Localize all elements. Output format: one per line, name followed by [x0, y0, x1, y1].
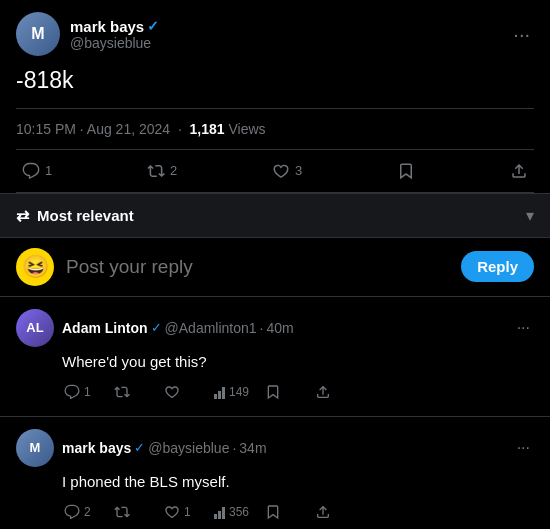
comment-user: M mark bays ✓ @baysieblue · 34m — [16, 429, 267, 467]
bookmark-icon — [397, 162, 415, 180]
tweet-header: M mark bays ✓ @baysieblue ··· — [16, 12, 534, 56]
comment-display-name: mark bays — [62, 440, 131, 456]
views-icon — [214, 385, 225, 399]
comment-bookmark-action[interactable] — [257, 500, 307, 524]
tweet-content: -818k — [16, 66, 534, 96]
comment-more-icon[interactable]: ··· — [513, 435, 534, 461]
comment-like-action[interactable]: 1 — [156, 500, 206, 524]
views-icon — [214, 505, 225, 519]
reply-icon — [22, 162, 40, 180]
tweet-views-label: Views — [229, 121, 266, 137]
comment-views-count: 356 — [229, 505, 249, 519]
retweet-count: 2 — [170, 163, 177, 178]
reply-icon — [64, 384, 80, 400]
comment-reply-count: 1 — [84, 385, 91, 399]
heart-icon — [272, 162, 290, 180]
heart-icon — [164, 504, 180, 520]
comment-like-action[interactable] — [156, 380, 206, 404]
verified-icon: ✓ — [147, 18, 159, 34]
comment-handle: @baysieblue — [148, 440, 229, 456]
reply-count: 1 — [45, 163, 52, 178]
sort-bar[interactable]: ⇄ Most relevant ▾ — [0, 194, 550, 238]
verified-icon: ✓ — [151, 320, 162, 335]
sort-label: ⇄ Most relevant — [16, 206, 134, 225]
bookmark-icon — [265, 504, 281, 520]
sort-label-text: Most relevant — [37, 207, 134, 224]
comment-display-name: Adam Linton — [62, 320, 148, 336]
comment-bookmark-action[interactable] — [257, 380, 307, 404]
comment-time: 40m — [266, 320, 293, 336]
tweet-views-count: 1,181 — [190, 121, 225, 137]
verified-icon: ✓ — [134, 440, 145, 455]
comment-user-info: Adam Linton ✓ @Adamlinton1 · 40m — [62, 320, 294, 336]
retweet-icon — [147, 162, 165, 180]
comment-share-action[interactable] — [307, 500, 357, 524]
comment-reply-action[interactable]: 1 — [56, 380, 106, 404]
username: @baysieblue — [70, 35, 159, 51]
avatar: M — [16, 429, 54, 467]
comment-like-count: 1 — [184, 505, 191, 519]
tweet-timestamp: 10:15 PM · Aug 21, 2024 — [16, 121, 170, 137]
bookmark-action[interactable] — [391, 154, 421, 188]
tweet-actions: 1 2 3 — [16, 150, 534, 193]
comment-text: Where'd you get this? — [62, 351, 534, 372]
share-icon — [315, 504, 331, 520]
comment-share-action[interactable] — [307, 380, 357, 404]
like-action[interactable]: 3 — [266, 154, 308, 188]
reply-compose: 😆 Reply — [0, 238, 550, 297]
comment-separator: · — [232, 440, 236, 456]
comment-views-count: 149 — [229, 385, 249, 399]
share-icon — [315, 384, 331, 400]
comment-header: AL Adam Linton ✓ @Adamlinton1 · 40m ··· — [16, 309, 534, 347]
user-info: mark bays ✓ @baysieblue — [70, 18, 159, 51]
comment-user-info: mark bays ✓ @baysieblue · 34m — [62, 440, 267, 456]
comment-retweet-action[interactable] — [106, 500, 156, 524]
comment-header: M mark bays ✓ @baysieblue · 34m ··· — [16, 429, 534, 467]
tweet-meta: 10:15 PM · Aug 21, 2024 · 1,181 Views — [16, 108, 534, 150]
filter-icon: ⇄ — [16, 206, 29, 225]
like-count: 3 — [295, 163, 302, 178]
avatar: M — [16, 12, 60, 56]
retweet-icon — [114, 384, 130, 400]
retweet-action[interactable]: 2 — [141, 154, 183, 188]
comment-separator: · — [260, 320, 264, 336]
share-icon — [510, 162, 528, 180]
retweet-icon — [114, 504, 130, 520]
display-name: mark bays ✓ — [70, 18, 159, 35]
tweet-user: M mark bays ✓ @baysieblue — [16, 12, 159, 56]
comment-section: AL Adam Linton ✓ @Adamlinton1 · 40m ··· … — [0, 297, 550, 529]
more-options-icon[interactable]: ··· — [509, 19, 534, 50]
reply-icon — [64, 504, 80, 520]
comment-handle: @Adamlinton1 — [165, 320, 257, 336]
reply-action[interactable]: 1 — [16, 154, 58, 188]
bookmark-icon — [265, 384, 281, 400]
heart-icon — [164, 384, 180, 400]
comment-user: AL Adam Linton ✓ @Adamlinton1 · 40m — [16, 309, 294, 347]
share-action[interactable] — [504, 154, 534, 188]
comment-text: I phoned the BLS myself. — [62, 471, 534, 492]
reply-input[interactable] — [66, 256, 449, 278]
comment-views-action[interactable]: 356 — [206, 501, 257, 523]
compose-avatar: 😆 — [16, 248, 54, 286]
comment-reply-action[interactable]: 2 — [56, 500, 106, 524]
comment-actions: 1 149 — [56, 380, 534, 404]
reply-button[interactable]: Reply — [461, 251, 534, 282]
avatar: AL — [16, 309, 54, 347]
comment-retweet-action[interactable] — [106, 380, 156, 404]
comment-more-icon[interactable]: ··· — [513, 315, 534, 341]
name-text: mark bays — [70, 18, 144, 35]
comment-time: 34m — [239, 440, 266, 456]
comment-reply-count: 2 — [84, 505, 91, 519]
comment-mark: M mark bays ✓ @baysieblue · 34m ··· I ph… — [0, 417, 550, 529]
chevron-down-icon: ▾ — [526, 206, 534, 225]
comment-views-action[interactable]: 149 — [206, 381, 257, 403]
comment-adam: AL Adam Linton ✓ @Adamlinton1 · 40m ··· … — [0, 297, 550, 417]
comment-actions: 2 1 356 — [56, 500, 534, 524]
main-tweet: M mark bays ✓ @baysieblue ··· -818k 10:1… — [0, 0, 550, 194]
